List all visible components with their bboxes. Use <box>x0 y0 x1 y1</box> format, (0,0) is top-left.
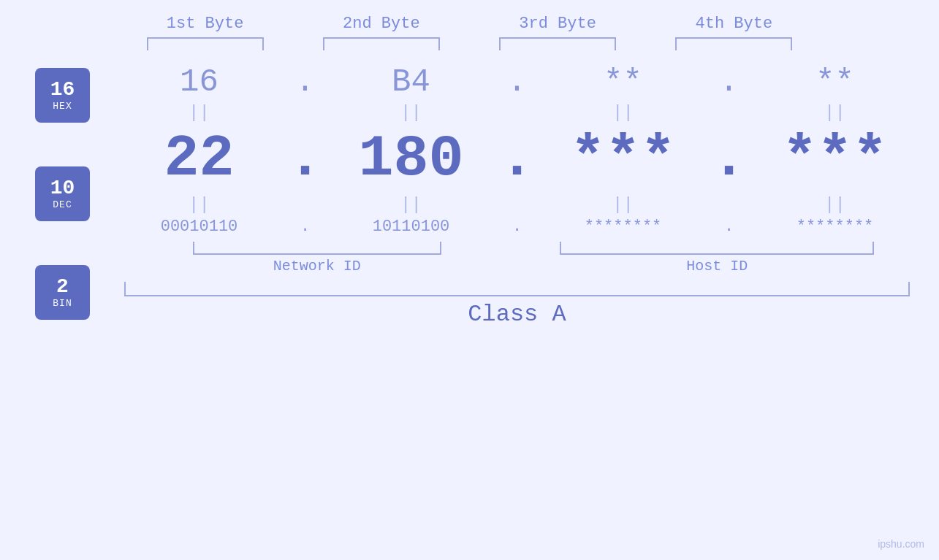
badge-hex: 16 HEX <box>35 68 90 123</box>
badge-dec: 10 DEC <box>35 166 90 221</box>
bin-row: 00010110 . 10110100 . ******** . *******… <box>117 218 917 236</box>
badge-hex-label: HEX <box>53 101 72 112</box>
eq2-2: || <box>338 195 484 215</box>
eq1-3: || <box>550 103 696 123</box>
eq1-4: || <box>762 103 908 123</box>
byte-header-1: 1st Byte <box>132 15 278 33</box>
bin-sep-3: . <box>715 218 744 236</box>
bracket-top-2 <box>323 37 440 50</box>
eq2-1: || <box>126 195 273 215</box>
hex-row: 16 . B4 . ** . ** <box>117 64 917 100</box>
dec-byte-2: 180 <box>338 126 484 192</box>
badge-bin-number: 2 <box>56 276 69 299</box>
badges-column: 16 HEX 10 DEC 2 BIN <box>0 58 117 560</box>
rows-area: 16 . B4 . ** . ** || || || || 22 <box>117 58 939 560</box>
bin-sep-2: . <box>503 218 532 236</box>
host-id-bracket-container: Host ID <box>549 242 885 275</box>
dec-byte-4: *** <box>762 126 908 192</box>
byte-header-4: 4th Byte <box>661 15 807 33</box>
eq1-2: || <box>338 103 484 123</box>
dec-row: 22 . 180 . *** . *** <box>117 126 917 192</box>
network-id-bracket <box>193 242 441 255</box>
badge-bin: 2 BIN <box>35 265 90 320</box>
dec-sep-2: . <box>503 126 532 192</box>
watermark: ipshu.com <box>878 538 924 550</box>
bracket-top-3 <box>499 37 616 50</box>
equals-row-1: || || || || <box>117 103 917 123</box>
hex-byte-1: 16 <box>126 64 273 100</box>
bracket-top-1 <box>147 37 264 50</box>
bin-sep-1: . <box>291 218 320 236</box>
content-wrapper: 16 HEX 10 DEC 2 BIN 16 . B4 . ** . ** <box>0 58 939 560</box>
hex-sep-2: . <box>503 64 532 100</box>
host-id-bracket <box>560 242 874 255</box>
badge-dec-label: DEC <box>53 199 72 210</box>
class-bracket-container: Class A <box>117 282 917 328</box>
main-container: 1st Byte 2nd Byte 3rd Byte 4th Byte 16 H… <box>0 0 939 560</box>
byte-headers: 1st Byte 2nd Byte 3rd Byte 4th Byte <box>0 15 939 33</box>
hex-byte-3: ** <box>550 64 696 100</box>
hex-byte-4: ** <box>762 64 908 100</box>
dec-sep-3: . <box>715 126 744 192</box>
dec-sep-1: . <box>291 126 320 192</box>
bracket-top-4 <box>675 37 792 50</box>
class-label: Class A <box>117 301 917 328</box>
network-id-label: Network ID <box>273 258 361 275</box>
badge-dec-number: 10 <box>50 177 75 200</box>
byte-header-3: 3rd Byte <box>484 15 631 33</box>
bin-byte-1: 00010110 <box>126 218 273 236</box>
eq2-4: || <box>762 195 908 215</box>
hex-sep-3: . <box>715 64 744 100</box>
dec-byte-1: 22 <box>126 126 273 192</box>
badge-bin-label: BIN <box>53 298 72 309</box>
class-bracket <box>124 282 910 296</box>
bin-byte-2: 10110100 <box>338 218 484 236</box>
host-id-label: Host ID <box>686 258 748 275</box>
hex-sep-1: . <box>291 64 320 100</box>
dec-byte-3: *** <box>550 126 696 192</box>
bin-byte-4: ******** <box>762 218 908 236</box>
network-id-bracket-container: Network ID <box>149 242 485 275</box>
bottom-bracket-row: Network ID Host ID <box>117 242 917 275</box>
top-brackets <box>0 37 939 50</box>
eq2-3: || <box>550 195 696 215</box>
bin-byte-3: ******** <box>550 218 696 236</box>
byte-header-2: 2nd Byte <box>308 15 455 33</box>
hex-byte-2: B4 <box>338 64 484 100</box>
eq1-1: || <box>126 103 273 123</box>
badge-hex-number: 16 <box>50 79 75 101</box>
equals-row-2: || || || || <box>117 195 917 215</box>
